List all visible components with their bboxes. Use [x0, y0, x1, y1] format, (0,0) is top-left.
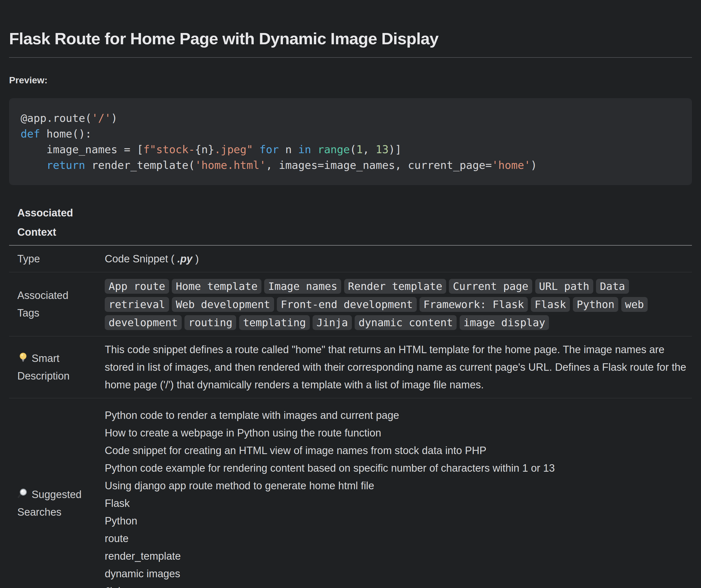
- smart-description-label: Smart Description: [9, 350, 86, 385]
- code-token: 'home': [492, 159, 530, 171]
- tag-chip: Image names: [264, 279, 341, 294]
- code-token: 1: [356, 143, 363, 156]
- tag-chip: Jinja: [312, 315, 352, 330]
- table-row-tags: Associated Tags App route Home template …: [9, 272, 692, 336]
- suggested-search-item: Python code example for rendering conten…: [105, 459, 690, 477]
- tag-chip: image display: [460, 315, 549, 330]
- code-token: .jpeg": [214, 143, 253, 156]
- code-token: ): [530, 159, 537, 171]
- code-line: @app.route('/'): [21, 110, 680, 126]
- code-token: home():: [40, 128, 91, 140]
- suggested-search-item: dynamic images: [105, 565, 690, 583]
- smart-description-text: This code snippet defines a route called…: [96, 341, 692, 394]
- code-token: '/': [91, 112, 111, 124]
- suggested-searches-list: Python code to render a template with im…: [96, 406, 692, 588]
- tag-chip: Current page: [449, 279, 532, 294]
- suggested-search-item: How to create a webpage in Python using …: [105, 424, 690, 442]
- type-value: Code Snippet ( .py ): [96, 250, 692, 267]
- suggested-search-item: Using django app route method to generat…: [105, 477, 690, 495]
- code-token: {n}: [195, 143, 214, 156]
- suggested-search-item: Python code to render a template with im…: [105, 406, 690, 424]
- code-token: ,: [363, 143, 376, 156]
- code-token: def: [21, 128, 40, 140]
- tag-chip: dynamic content: [355, 315, 457, 330]
- code-token: in: [298, 143, 311, 156]
- tag-chip: Framework: Flask: [420, 297, 528, 312]
- code-token: [311, 143, 317, 156]
- code-block: @app.route('/')def home(): image_names =…: [9, 98, 692, 185]
- type-value-prefix: Code Snippet (: [105, 253, 177, 264]
- tags-list: App route Home template Image names Rend…: [96, 277, 692, 332]
- code-token: ): [111, 112, 118, 124]
- type-value-suffix: ): [192, 253, 199, 264]
- code-token: (: [350, 143, 356, 156]
- suggested-search-item: route: [105, 530, 690, 547]
- table-row-suggested-searches: Suggested Searches Python code to render…: [9, 398, 692, 588]
- snippet-detail-page: Flask Route for Home Page with Dynamic I…: [0, 0, 701, 588]
- code-token: range: [317, 143, 350, 156]
- type-label: Type: [9, 250, 86, 267]
- code-token: , images=image_names, current_page=: [266, 159, 492, 171]
- lightbulb-icon: [17, 352, 29, 363]
- tag-chip: routing: [185, 315, 236, 330]
- code-token: 'home.html': [195, 159, 266, 171]
- code-token: )]: [389, 143, 401, 156]
- tag-chip: URL path: [535, 279, 593, 294]
- tag-chip: Python: [573, 297, 618, 312]
- suggested-search-item: Flask: [105, 495, 690, 512]
- magnifying-glass-icon: [17, 488, 29, 500]
- code-token: return: [46, 159, 85, 171]
- tag-chip: Front-end development: [277, 297, 417, 312]
- tag-chip: App route: [105, 279, 169, 294]
- code-line: image_names = [f"stock-{n}.jpeg" for n i…: [21, 142, 680, 157]
- type-extension: .py: [177, 253, 192, 264]
- code-line: def home():: [21, 126, 680, 142]
- tag-chip: Render template: [344, 279, 446, 294]
- table-row-smart-description: Smart Description This code snippet defi…: [9, 336, 692, 398]
- code-token: n: [279, 143, 298, 156]
- preview-label: Preview:: [9, 75, 692, 85]
- code-token: 13: [376, 143, 389, 156]
- code-token: render_template(: [85, 159, 195, 171]
- associated-context-table: Associated Context Type Code Snippet ( .…: [9, 200, 692, 588]
- suggested-search-item: render_template: [105, 547, 690, 565]
- code-token: @app.route(: [21, 112, 91, 124]
- code-token: for: [259, 143, 279, 156]
- page-title: Flask Route for Home Page with Dynamic I…: [9, 0, 692, 48]
- title-divider: [9, 57, 692, 58]
- code-token: f"stock-: [143, 143, 195, 156]
- context-heading-text: Associated Context: [17, 203, 97, 245]
- context-heading: Associated Context: [9, 200, 692, 246]
- table-row-type: Type Code Snippet ( .py ): [9, 246, 692, 272]
- suggested-search-item: Code snippet for creating an HTML view o…: [105, 442, 690, 459]
- code-token: [21, 159, 46, 171]
- tag-chip: templating: [239, 315, 310, 330]
- suggested-searches-label: Suggested Searches: [9, 486, 86, 521]
- tag-chip: Home template: [172, 279, 261, 294]
- suggested-search-item: Jinja: [105, 583, 690, 588]
- code-line: return render_template('home.html', imag…: [21, 157, 680, 173]
- code-token: [253, 143, 259, 156]
- tag-chip: Flask: [531, 297, 570, 312]
- associated-tags-label: Associated Tags: [9, 286, 86, 322]
- suggested-search-item: Python: [105, 512, 690, 530]
- tag-chip: Web development: [172, 297, 274, 312]
- code-token: image_names = [: [21, 143, 143, 156]
